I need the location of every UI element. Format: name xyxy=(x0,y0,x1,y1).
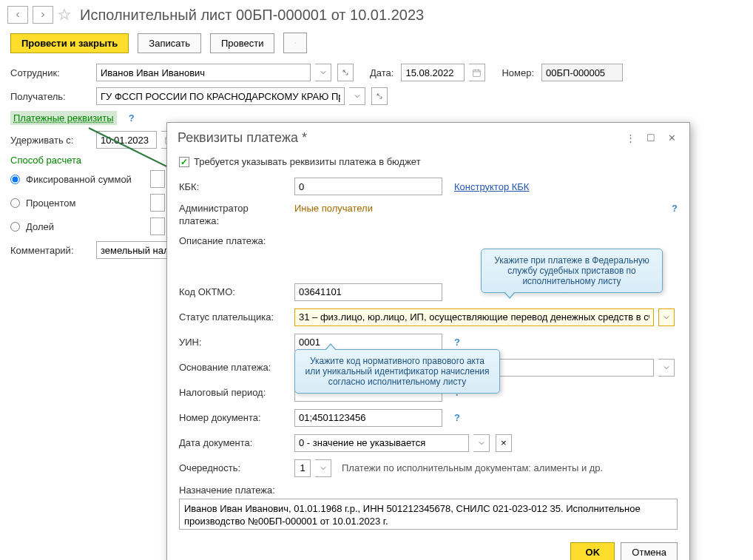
employee-input[interactable] xyxy=(96,64,311,81)
kbk-label: КБК: xyxy=(179,181,290,192)
page-title: Исполнительный лист 00БП-000001 от 10.01… xyxy=(80,7,424,24)
status-tooltip: Укажите при платеже в Федеральную службу… xyxy=(481,249,663,293)
payment-details-modal: Реквизиты платежа * ⋮ ☐ ✕ Требуется указ… xyxy=(166,122,690,560)
doc-date-dropdown[interactable] xyxy=(473,434,490,452)
uin-tooltip: Укажите код нормативного правового акта … xyxy=(294,349,500,394)
recipient-input[interactable] xyxy=(96,87,345,105)
chevron-down-icon xyxy=(320,465,326,471)
doc-number-help-icon[interactable]: ? xyxy=(454,412,460,423)
modal-title: Реквизиты платежа * xyxy=(178,130,617,146)
purpose-label: Назначение платежа: xyxy=(179,485,678,496)
forward-button[interactable] xyxy=(33,6,53,24)
employee-dropdown[interactable] xyxy=(315,64,331,81)
recipient-open[interactable] xyxy=(371,87,388,105)
comment-label: Комментарий: xyxy=(10,245,92,256)
admin-value: Иные получатели xyxy=(294,203,373,214)
doc-number-label: Номер документа: xyxy=(179,412,290,423)
number-input xyxy=(541,64,623,81)
oktmo-label: Код ОКТМО: xyxy=(179,286,290,297)
share-input[interactable] xyxy=(150,217,165,235)
priority-input[interactable] xyxy=(294,459,311,477)
uin-help-icon[interactable]: ? xyxy=(454,337,460,348)
tax-period-label: Налоговый период: xyxy=(179,387,290,398)
employee-open[interactable] xyxy=(337,64,354,81)
hold-from-input[interactable] xyxy=(96,131,157,149)
priority-dropdown[interactable] xyxy=(315,459,331,477)
help-icon[interactable]: ? xyxy=(129,112,135,124)
radio-share-label: Долей xyxy=(26,221,137,232)
date-label: Дата: xyxy=(370,67,394,78)
radio-fixed-label: Фиксированной суммой xyxy=(26,174,137,185)
chevron-down-icon xyxy=(663,365,669,371)
basis-dropdown[interactable] xyxy=(658,359,675,377)
save-button[interactable]: Записать xyxy=(138,33,201,53)
desc-label: Описание платежа: xyxy=(179,235,290,246)
date-calendar[interactable] xyxy=(469,64,485,81)
cancel-button[interactable]: Отмена xyxy=(621,542,678,560)
oktmo-input[interactable] xyxy=(294,283,442,301)
chevron-down-icon xyxy=(479,440,484,446)
calendar-icon xyxy=(472,68,482,78)
execute-button[interactable]: Провести xyxy=(210,33,275,53)
open-icon xyxy=(342,69,349,76)
admin-help-icon[interactable]: ? xyxy=(672,203,678,214)
doc-number-input[interactable] xyxy=(294,409,442,427)
close-icon[interactable]: ✕ xyxy=(664,131,679,146)
radio-share[interactable] xyxy=(10,222,20,232)
kbk-constructor-link[interactable]: Конструктор КБК xyxy=(454,181,529,192)
budget-checkbox-label: Требуется указывать реквизиты платежа в … xyxy=(194,156,421,167)
radio-percent[interactable] xyxy=(10,198,20,208)
percent-input[interactable] xyxy=(150,194,165,212)
purpose-textarea[interactable] xyxy=(179,499,678,530)
status-label: Статус плательщика: xyxy=(179,311,290,323)
attachment-button[interactable] xyxy=(283,33,307,53)
priority-label: Очередность: xyxy=(179,462,290,473)
chevron-down-icon xyxy=(663,314,669,320)
kbk-input[interactable] xyxy=(294,178,442,195)
radio-percent-label: Процентом xyxy=(26,198,137,209)
svg-rect-0 xyxy=(473,70,481,76)
number-label: Номер: xyxy=(502,67,534,78)
employee-label: Сотрудник: xyxy=(10,67,92,78)
paperclip-icon xyxy=(294,38,296,48)
chevron-down-icon xyxy=(320,70,326,75)
radio-fixed[interactable] xyxy=(10,175,20,184)
payment-details-link[interactable]: Платежные реквизиты xyxy=(10,111,117,125)
uin-label: УИН: xyxy=(179,337,290,348)
titlebar: Исполнительный лист 00БП-000001 от 10.01… xyxy=(0,0,753,30)
doc-date-input[interactable] xyxy=(294,434,469,452)
date-input[interactable] xyxy=(401,64,465,81)
recipient-dropdown[interactable] xyxy=(349,87,365,105)
star-icon[interactable] xyxy=(58,8,71,21)
status-dropdown[interactable] xyxy=(658,308,675,326)
back-button[interactable] xyxy=(7,6,28,24)
doc-date-label: Дата документа: xyxy=(179,437,290,448)
execute-close-button[interactable]: Провести и закрыть xyxy=(10,33,129,53)
admin-label: Администратор платежа: xyxy=(179,203,290,228)
ok-button[interactable]: OK xyxy=(570,542,615,560)
hold-from-label: Удерживать с: xyxy=(10,135,92,146)
priority-hint: Платежи по исполнительным документам: ал… xyxy=(342,462,603,473)
status-input[interactable] xyxy=(294,308,654,326)
more-icon[interactable]: ⋮ xyxy=(623,131,638,146)
maximize-icon[interactable]: ☐ xyxy=(644,131,658,146)
open-icon xyxy=(376,92,383,100)
toolbar: Провести и закрыть Записать Провести xyxy=(0,30,753,62)
fixed-amount-input[interactable] xyxy=(150,170,165,188)
basis-label: Основание платежа: xyxy=(179,362,290,373)
chevron-down-icon xyxy=(354,93,360,99)
budget-checkbox[interactable] xyxy=(179,157,189,167)
recipient-label: Получатель: xyxy=(10,91,92,102)
doc-date-clear[interactable]: × xyxy=(496,434,512,452)
